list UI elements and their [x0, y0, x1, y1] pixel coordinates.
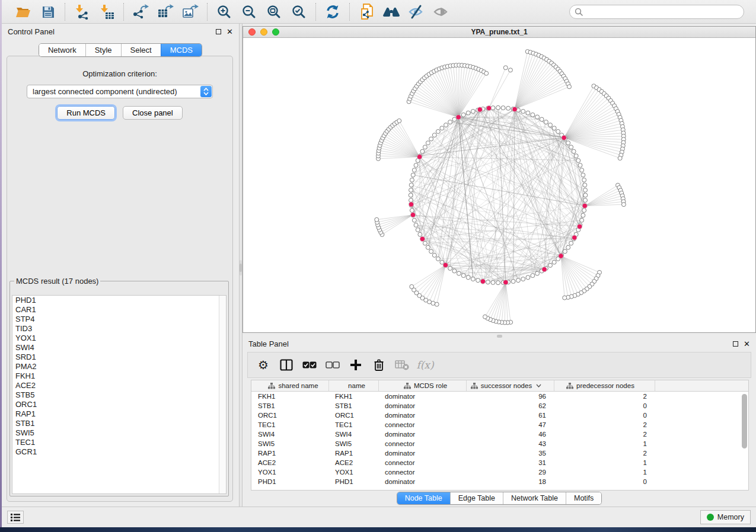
graph-node[interactable] — [531, 274, 535, 278]
tab-network[interactable]: Network — [39, 44, 85, 56]
graph-mcds-hub-node[interactable] — [409, 202, 413, 207]
graph-node[interactable] — [582, 209, 586, 213]
graph-node[interactable] — [574, 154, 578, 158]
tab-mcds[interactable]: MCDS — [161, 44, 202, 56]
criterion-select[interactable]: largest connected component (undirected) — [27, 85, 213, 98]
table-cell-shared_name[interactable]: YOX1 — [251, 467, 329, 477]
float-panel-icon[interactable] — [216, 29, 221, 34]
graph-node[interactable] — [580, 218, 584, 222]
graph-node[interactable] — [566, 245, 570, 249]
delete-column-button[interactable] — [372, 357, 386, 373]
graph-node[interactable] — [581, 173, 585, 177]
table-row[interactable]: SWI4SWI4dominator462 — [251, 430, 748, 439]
search-input[interactable] — [569, 5, 744, 19]
table-cell-shared_name[interactable]: RAP1 — [251, 448, 329, 458]
mcds-result-item[interactable]: SWI5 — [12, 428, 226, 438]
graph-node[interactable] — [535, 271, 540, 275]
table-cell-mcds_role[interactable]: dominator — [379, 430, 467, 439]
graph-node[interactable] — [414, 163, 418, 167]
create-column-button[interactable] — [349, 357, 363, 373]
graph-node[interactable] — [540, 117, 544, 121]
table-cell-predecessor_nodes[interactable]: 1 — [554, 458, 655, 467]
graph-mcds-hub-node[interactable] — [420, 236, 425, 241]
mcds-result-item[interactable]: SWI4 — [12, 343, 226, 352]
table-settings-button[interactable]: ⚙ — [256, 357, 270, 373]
tab-motifs[interactable]: Motifs — [566, 492, 601, 504]
graph-node[interactable] — [416, 227, 420, 232]
tab-style[interactable]: Style — [85, 44, 121, 56]
graph-node[interactable] — [471, 277, 475, 281]
table-cell-name[interactable]: TEC1 — [329, 420, 379, 430]
close-table-panel-icon[interactable]: ✕ — [744, 341, 750, 347]
mcds-result-item[interactable]: ACE2 — [12, 381, 226, 390]
network-graph[interactable] — [243, 38, 755, 332]
mcds-result-item[interactable]: STB5 — [12, 390, 226, 400]
graph-node[interactable] — [583, 198, 588, 203]
graph-node[interactable] — [432, 133, 436, 137]
toggle-column-view-button[interactable] — [279, 357, 294, 373]
tab-select[interactable]: Select — [121, 44, 161, 56]
new-network-from-selection-button[interactable] — [356, 2, 377, 22]
graph-node[interactable] — [429, 137, 433, 141]
mcds-result-item[interactable]: SRD1 — [12, 352, 226, 362]
table-cell-shared_name[interactable]: TEC1 — [251, 420, 329, 430]
graph-node[interactable] — [423, 241, 427, 245]
mcds-list-scrollbar[interactable] — [219, 296, 226, 493]
mcds-result-item[interactable]: TID3 — [12, 324, 226, 334]
table-cell-shared_name[interactable]: STB1 — [251, 401, 329, 411]
table-cell-predecessor_nodes[interactable]: 2 — [554, 392, 655, 401]
table-cell-name[interactable]: SWI4 — [329, 430, 379, 439]
graph-node[interactable] — [457, 271, 461, 275]
mcds-result-item[interactable]: FKH1 — [12, 371, 226, 381]
table-cell-mcds_role[interactable]: dominator — [379, 477, 467, 486]
graph-node[interactable] — [572, 149, 576, 153]
table-cell-successor_nodes[interactable]: 35 — [467, 448, 554, 458]
table-cell-mcds_role[interactable]: connector — [379, 467, 467, 477]
table-cell-shared_name[interactable]: ACE2 — [251, 458, 329, 467]
graph-node[interactable] — [544, 120, 548, 124]
table-cell-shared_name[interactable]: SWI5 — [251, 439, 329, 448]
network-window-titlebar[interactable]: YPA_prune.txt_1 — [243, 27, 755, 38]
table-cell-successor_nodes[interactable]: 18 — [467, 477, 554, 486]
table-cell-name[interactable]: STB1 — [329, 401, 379, 411]
graph-node[interactable] — [535, 115, 540, 119]
graph-node[interactable] — [448, 266, 452, 270]
window-zoom-icon[interactable] — [272, 28, 279, 36]
graph-node[interactable] — [581, 213, 585, 217]
graph-mcds-hub-node[interactable] — [582, 203, 587, 208]
graph-node[interactable] — [508, 68, 512, 72]
graph-node[interactable] — [452, 269, 457, 273]
export-table-button[interactable] — [155, 2, 176, 22]
graph-node[interactable] — [563, 249, 567, 254]
memory-button[interactable]: Memory — [700, 510, 751, 524]
open-session-button[interactable] — [12, 2, 34, 22]
table-cell-mcds_role[interactable]: connector — [379, 458, 467, 467]
graph-node[interactable] — [429, 249, 433, 254]
table-cell-predecessor_nodes[interactable]: 2 — [554, 420, 655, 430]
mcds-result-item[interactable]: STB1 — [12, 419, 226, 428]
graph-node[interactable] — [569, 145, 573, 149]
graph-node[interactable] — [397, 118, 401, 123]
float-table-panel-icon[interactable] — [733, 341, 738, 347]
table-row[interactable]: ACE2ACE2connector311 — [251, 458, 748, 467]
graph-node[interactable] — [486, 280, 490, 284]
column-header-mcds-role[interactable]: MCDS role — [379, 380, 467, 391]
graph-node[interactable] — [531, 113, 535, 117]
table-cell-mcds_role[interactable]: dominator — [379, 392, 467, 401]
graph-node[interactable] — [483, 315, 487, 319]
graph-mcds-hub-node[interactable] — [486, 105, 491, 110]
zoom-out-button[interactable] — [238, 2, 260, 22]
graph-node[interactable] — [461, 274, 465, 278]
deselect-all-rows-button[interactable] — [326, 357, 340, 373]
graph-node[interactable] — [476, 278, 480, 283]
graph-node[interactable] — [444, 123, 448, 127]
graph-node[interactable] — [435, 302, 439, 306]
graph-node[interactable] — [410, 209, 414, 213]
graph-node[interactable] — [578, 163, 582, 167]
graph-node[interactable] — [503, 66, 508, 70]
graph-node[interactable] — [466, 275, 470, 280]
table-row[interactable]: RAP1RAP1dominator352 — [251, 448, 748, 458]
column-header-shared-name[interactable]: shared name — [251, 380, 329, 391]
graph-node[interactable] — [580, 168, 584, 172]
graph-node[interactable] — [466, 111, 470, 115]
